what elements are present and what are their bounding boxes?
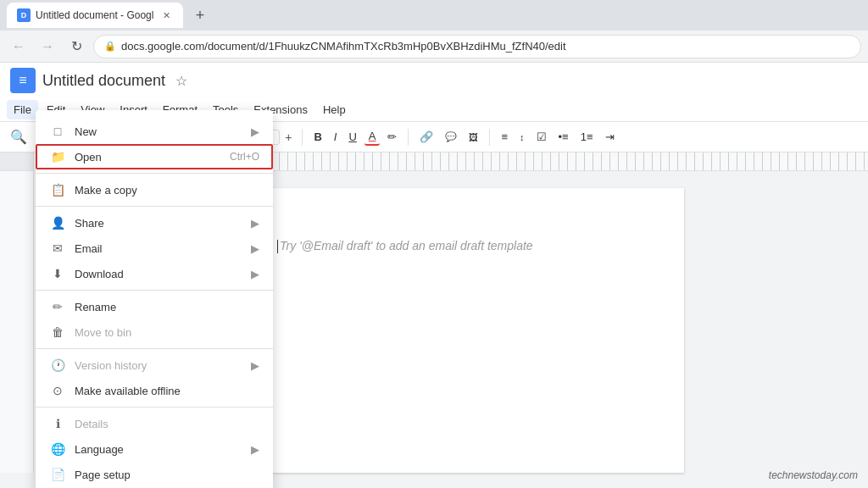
browser-chrome: D Untitled document - Google Do... ✕ + [0,0,868,30]
menu-item-rename[interactable]: ✏ Rename [36,294,273,319]
document-placeholder: Try '@Email draft' to add an email draft… [277,239,625,253]
bin-label: Move to bin [75,326,259,339]
link-button[interactable]: 🔗 [415,129,437,145]
menu-item-make-a-copy[interactable]: 📋 Make a copy [36,177,273,202]
document-page[interactable]: Try '@Email draft' to add an email draft… [218,188,684,473]
share-label: Share [75,217,251,230]
email-icon: ✉ [49,241,66,255]
menu-file[interactable]: File [7,100,38,119]
italic-button[interactable]: I [330,129,342,145]
search-icon[interactable]: 🔍 [7,125,31,148]
menu-item-move-to-bin: 🗑 Move to bin [36,319,273,345]
separator-4 [302,129,303,146]
email-label: Email [75,242,251,255]
page-setup-label: Page setup [75,469,259,481]
star-icon[interactable]: ☆ [175,73,187,89]
watermark: technewstoday.com [769,469,858,481]
rename-label: Rename [75,301,259,313]
tab-close-button[interactable]: ✕ [159,8,173,22]
menu-item-download[interactable]: ⬇ Download ▶ [36,261,273,286]
version-label: Version history [75,359,251,372]
text-cursor [277,240,278,253]
text-color-button[interactable]: A [364,128,381,146]
share-arrow: ▶ [251,217,259,230]
menu-help[interactable]: Help [316,100,353,119]
docs-title-bar: ≡ Untitled document ☆ [0,63,868,98]
highlight-button[interactable]: ✏ [383,129,401,145]
back-button[interactable]: ← [7,35,31,58]
make-copy-label: Make a copy [75,184,259,197]
separator-6 [489,129,490,146]
file-dropdown-menu: □ New ▶ 📁 Open Ctrl+O 📋 Make a copy 👤 Sh… [36,110,273,488]
numbered-list-button[interactable]: 1≡ [576,129,598,145]
menu-section-4: ✏ Rename 🗑 Move to bin [36,291,273,349]
menu-item-new[interactable]: □ New ▶ [36,119,273,144]
version-icon: 🕐 [49,358,66,372]
docs-logo: ≡ [10,68,36,93]
menu-item-language[interactable]: 🌐 Language ▶ [36,436,273,462]
menu-section-5: 🕐 Version history ▶ ⊙ Make available off… [36,349,273,408]
offline-label: Make available offline [75,385,259,397]
url-bar[interactable]: 🔒 docs.google.com/document/d/1FhuukzCNMA… [93,35,861,58]
reload-button[interactable]: ↻ [64,35,88,58]
document-title[interactable]: Untitled document [42,72,165,90]
checklist-button[interactable]: ☑ [532,129,551,145]
separator-5 [408,129,409,146]
align-button[interactable]: ≡ [497,129,512,145]
menu-item-share[interactable]: 👤 Share ▶ [36,210,273,236]
bin-icon: 🗑 [49,325,66,339]
menu-section-2: 📋 Make a copy [36,174,273,207]
url-text: docs.google.com/document/d/1FhuukzCNMAfi… [121,40,566,53]
menu-item-open[interactable]: 📁 Open Ctrl+O [36,144,273,169]
comment-button[interactable]: 💬 [441,130,461,144]
menu-section-1: □ New ▶ 📁 Open Ctrl+O [36,115,273,174]
menu-item-page-setup[interactable]: 📄 Page setup [36,462,273,487]
details-label: Details [75,418,259,430]
language-icon: 🌐 [49,442,66,456]
rename-icon: ✏ [49,300,66,313]
image-button[interactable]: 🖼 [465,130,482,144]
language-arrow: ▶ [251,443,259,456]
tab-title: Untitled document - Google Do... [36,9,154,21]
menu-section-6: ℹ Details 🌐 Language ▶ 📄 Page setup 🖨 Pr… [36,408,273,488]
forward-button[interactable]: → [36,35,59,58]
line-spacing-button[interactable]: ↕ [515,130,529,144]
menu-item-make-offline[interactable]: ⊙ Make available offline [36,378,273,403]
open-icon: 📁 [49,150,66,164]
menu-item-version-history: 🕐 Version history ▶ [36,352,273,378]
open-shortcut: Ctrl+O [230,151,259,163]
download-icon: ⬇ [49,267,66,280]
lock-icon: 🔒 [104,41,116,52]
share-icon: 👤 [49,216,66,230]
font-size-increase[interactable]: + [281,130,295,144]
new-icon: □ [49,125,66,138]
download-arrow: ▶ [251,268,259,280]
open-label: Open [75,151,230,164]
new-tab-button[interactable]: + [188,3,212,27]
new-label: New [75,125,251,138]
menu-item-details: ℹ Details [36,411,273,436]
offline-icon: ⊙ [49,384,66,397]
make-copy-icon: 📋 [49,183,66,197]
browser-tab[interactable]: D Untitled document - Google Do... ✕ [7,3,183,28]
language-label: Language [75,443,251,456]
version-arrow: ▶ [251,359,259,372]
page-setup-icon: 📄 [49,468,66,481]
menu-item-email[interactable]: ✉ Email ▶ [36,236,273,261]
underline-button[interactable]: U [344,129,360,145]
indent-button[interactable]: ⇥ [601,129,619,145]
bold-button[interactable]: B [309,129,326,145]
details-icon: ℹ [49,417,66,430]
email-arrow: ▶ [251,242,259,255]
left-sidebar [0,171,34,473]
new-arrow: ▶ [251,125,259,138]
address-bar: ← → ↻ 🔒 docs.google.com/document/d/1Fhuu… [0,30,868,63]
menu-section-3: 👤 Share ▶ ✉ Email ▶ ⬇ Download ▶ [36,207,273,291]
tab-favicon: D [17,8,31,22]
download-label: Download [75,268,251,280]
bullets-button[interactable]: •≡ [554,129,573,145]
